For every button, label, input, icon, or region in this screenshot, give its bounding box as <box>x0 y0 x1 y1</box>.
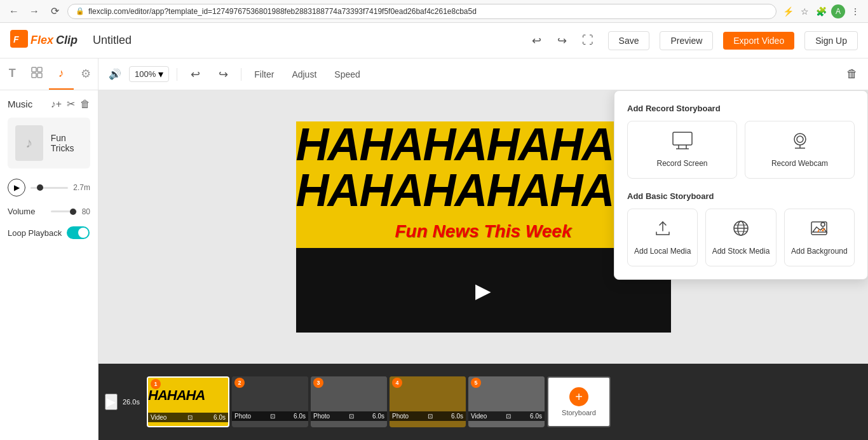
record-options-grid: Record Screen Record Webcam <box>627 121 855 179</box>
canvas-area: HAHAHAHAHAHAHAHA HAHAHAHAHAHAHAHA Fun Ne… <box>98 90 868 364</box>
export-button[interactable]: Export Video <box>723 32 794 50</box>
delete-button[interactable]: 🗑 <box>846 67 858 81</box>
music-actions: ♪+ ✂ 🗑 <box>51 98 90 110</box>
monitor-icon <box>672 132 693 154</box>
clip-media-icon-1: ⊡ <box>187 414 193 421</box>
music-header: Music ♪+ ✂ 🗑 <box>8 98 90 110</box>
timeline-clip-2[interactable]: 2 Photo ⊡ 6.0s <box>232 376 308 427</box>
undo-toolbar-button[interactable]: ↩ <box>185 64 205 85</box>
svg-point-19 <box>821 223 825 226</box>
cut-music-button[interactable]: ✂ <box>67 98 75 110</box>
basic-section-title: Add Basic Storyboard <box>627 191 855 201</box>
zoom-value: 100% <box>135 69 156 79</box>
redo-toolbar-button[interactable]: ↪ <box>213 64 233 85</box>
loop-label: Loop Playback <box>8 228 62 238</box>
record-webcam-option[interactable]: Record Webcam <box>745 121 855 179</box>
zoom-control[interactable]: 100% ▾ <box>129 66 169 82</box>
svg-rect-3 <box>37 67 42 72</box>
delete-music-button[interactable]: 🗑 <box>80 98 90 110</box>
adjust-button[interactable]: Adjust <box>287 67 322 82</box>
tab-elements[interactable] <box>25 58 50 90</box>
volume-row: Volume 80 <box>8 207 90 216</box>
svg-rect-2 <box>32 67 36 72</box>
logo-text: Flex <box>31 34 53 47</box>
loop-toggle[interactable] <box>67 226 90 239</box>
preview-button[interactable]: Preview <box>660 31 713 50</box>
tab-music[interactable]: ♪ <box>49 58 74 90</box>
video-play-icon[interactable]: ▶ <box>475 278 491 303</box>
volume-handle[interactable] <box>70 209 76 215</box>
progress-bar[interactable] <box>31 187 68 189</box>
volume-value: 80 <box>82 207 90 216</box>
extensions-icon[interactable]: 🧩 <box>815 5 827 18</box>
clip-content-1: HAHAHA <box>148 387 205 404</box>
left-panel: T ♪ ⚙ Music <box>0 58 98 440</box>
record-screen-option[interactable]: Record Screen <box>627 121 737 179</box>
add-music-button[interactable]: ♪+ <box>51 98 62 110</box>
volume-toolbar-button[interactable]: 🔊 <box>109 68 121 80</box>
play-button[interactable]: ▶ <box>8 179 25 196</box>
project-title[interactable]: Untitled <box>93 34 132 47</box>
music-note-icon: ♪ <box>25 135 32 151</box>
clip-media-icon-3: ⊡ <box>349 413 354 420</box>
speed-button[interactable]: Speed <box>329 67 365 82</box>
browser-back[interactable]: ← <box>6 4 22 19</box>
elements-icon <box>31 66 43 81</box>
add-background-option[interactable]: Add Background <box>784 209 855 266</box>
timeline-clip-3[interactable]: 3 Photo ⊡ 6.0s <box>311 376 387 427</box>
timeline-clip-4[interactable]: 4 Photo ⊡ 6.0s <box>390 376 466 427</box>
music-track: ♪ Fun Tricks <box>8 118 90 168</box>
logo-clip-text: Clip <box>56 34 78 47</box>
filter-button[interactable]: Filter <box>249 67 279 82</box>
clip-media-icon-2: ⊡ <box>270 413 275 420</box>
record-section-title: Add Record Storyboard <box>627 104 855 113</box>
timeline-clip-1[interactable]: 1 HAHAHA Video ⊡ 6.0s <box>147 376 229 427</box>
music-label: Music <box>8 99 32 109</box>
main-layout: T ♪ ⚙ Music <box>0 58 868 440</box>
url-text: flexclip.com/editor/app?template_id=1274… <box>88 7 477 16</box>
timeline-clip-5[interactable]: 5 Video ⊡ 6.0s <box>468 376 545 427</box>
record-webcam-label: Record Webcam <box>771 159 828 168</box>
browser-forward[interactable]: → <box>27 4 42 19</box>
browser-actions: ⚡ ☆ 🧩 A ⋮ <box>782 4 862 18</box>
add-storyboard-button[interactable]: + Storyboard <box>547 376 611 427</box>
svg-point-10 <box>794 134 806 145</box>
menu-icon[interactable]: ⋮ <box>849 5 862 18</box>
star-icon[interactable]: ☆ <box>798 5 811 18</box>
tab-settings[interactable]: ⚙ <box>74 58 98 90</box>
loop-row: Loop Playback <box>8 226 90 239</box>
add-storyboard-label: Storyboard <box>562 409 596 416</box>
tab-text[interactable]: T <box>0 58 25 90</box>
fullscreen-button[interactable]: ⛶ <box>578 31 598 51</box>
panel-tabs: T ♪ ⚙ <box>0 58 98 90</box>
progress-handle[interactable] <box>37 184 43 191</box>
browser-refresh[interactable]: ⟳ <box>47 4 62 19</box>
profile-icon[interactable]: A <box>831 4 845 18</box>
redo-button[interactable]: ↪ <box>552 31 573 51</box>
address-bar[interactable]: 🔒 flexclip.com/editor/app?template_id=12… <box>67 4 776 19</box>
clip-footer-2: Photo ⊡ 6.0s <box>232 411 308 421</box>
undo-button[interactable]: ↩ <box>527 31 547 51</box>
clip-media-icon-5: ⊡ <box>506 413 511 420</box>
browser-chrome: ← → ⟳ 🔒 flexclip.com/editor/app?template… <box>0 0 868 23</box>
timeline-play-button[interactable]: ▶ <box>105 394 118 410</box>
signup-button[interactable]: Sign Up <box>804 31 858 50</box>
text-icon: T <box>9 67 16 80</box>
volume-bar[interactable] <box>51 210 77 212</box>
translate-icon[interactable]: ⚡ <box>782 5 794 18</box>
toggle-handle <box>78 228 88 238</box>
background-icon <box>810 219 828 242</box>
clip-footer-4: Photo ⊡ 6.0s <box>390 411 466 421</box>
timeline-clips: 1 HAHAHA Video ⊡ 6.0s 2 Photo <box>147 373 611 430</box>
add-stock-label: Add Stock Media <box>712 247 770 256</box>
app-header: F FlexClip Untitled ↩ ↪ ⛶ Save Preview E… <box>0 23 868 58</box>
clip-number-2: 2 <box>234 378 245 388</box>
add-local-media-option[interactable]: Add Local Media <box>627 209 698 266</box>
save-button[interactable]: Save <box>608 31 650 50</box>
clip-media-icon-4: ⊡ <box>428 413 433 420</box>
logo: F FlexClip <box>10 30 78 51</box>
add-stock-media-option[interactable]: Add Stock Media <box>705 209 776 266</box>
music-panel: Music ♪+ ✂ 🗑 ♪ Fun Tricks ▶ 2.7m <box>0 90 98 440</box>
clip-footer-5: Video ⊡ 6.0s <box>468 411 545 421</box>
plus-icon: + <box>569 387 588 406</box>
